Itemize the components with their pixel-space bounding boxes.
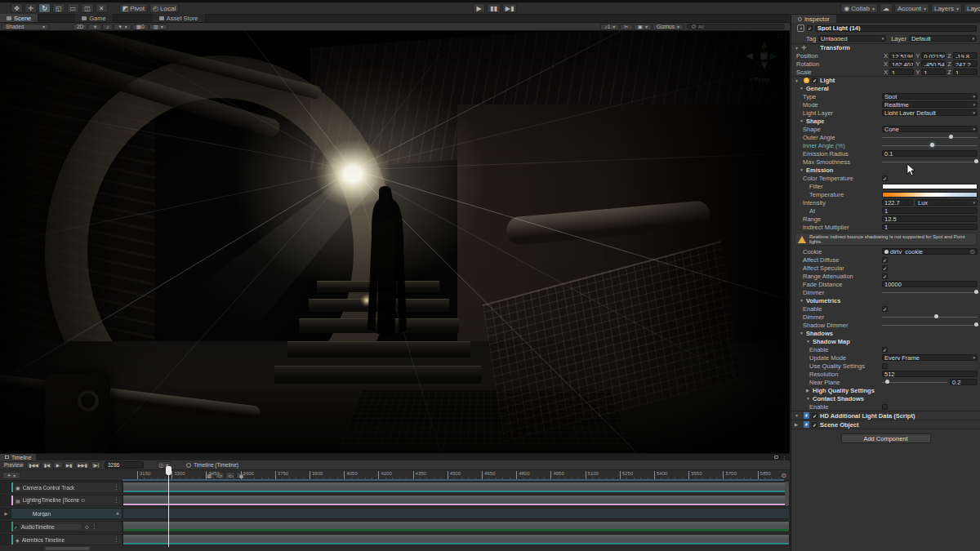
- light-layer-dropdown[interactable]: Light Layer Default: [882, 109, 978, 116]
- move-tool-icon[interactable]: ✛: [24, 3, 37, 13]
- scene-fx-dropdown[interactable]: ✦▾: [114, 24, 131, 30]
- alembics-timeline-track-header[interactable]: ◈ Alembics Timeline ⋮: [0, 534, 122, 545]
- emission-radius-field[interactable]: 0.1: [882, 150, 978, 157]
- near-plane-slider[interactable]: [882, 379, 947, 385]
- general-section-header[interactable]: ▼General: [791, 84, 980, 92]
- rotation-z-field[interactable]: 247.2: [953, 60, 978, 67]
- indirect-multiplier-field[interactable]: 1: [882, 224, 978, 230]
- gizmos-dropdown[interactable]: Gizmos▾: [653, 24, 684, 30]
- outer-angle-slider[interactable]: [882, 134, 978, 140]
- track-menu-icon[interactable]: ⋮: [111, 484, 122, 491]
- light-component-header[interactable]: ▼✓Light: [791, 76, 980, 84]
- tag-dropdown[interactable]: Untagged: [818, 35, 886, 42]
- light-mode-dropdown[interactable]: Realtime: [882, 101, 978, 108]
- active-checkbox[interactable]: ✓: [807, 25, 813, 31]
- timeline-horizontal-scrollbar[interactable]: [45, 547, 90, 550]
- timeline-lock-icon[interactable]: [774, 455, 778, 459]
- use-quality-checkbox[interactable]: [882, 363, 888, 369]
- track-menu-icon[interactable]: ⋮: [111, 497, 122, 504]
- cloud-button[interactable]: ☁: [880, 3, 893, 13]
- lighting-clip[interactable]: [123, 495, 789, 505]
- track-menu-icon[interactable]: ⋮: [111, 536, 122, 543]
- scale-x-field[interactable]: 1: [889, 69, 914, 75]
- camera-clip[interactable]: [123, 482, 789, 492]
- local-button[interactable]: ◴Local: [149, 3, 179, 13]
- contact-shadows-header[interactable]: ▼Contact Shadows: [791, 394, 980, 402]
- shadows-section-header[interactable]: ▼Shadows: [791, 329, 980, 337]
- intensity-unit-dropdown[interactable]: Lux: [915, 199, 978, 206]
- scene-object-component[interactable]: ▶#✓Scene Object: [791, 420, 980, 429]
- camera-track-lane[interactable]: [122, 482, 790, 493]
- audio-track-lane[interactable]: [122, 521, 790, 532]
- step-button[interactable]: ▶▮: [502, 3, 518, 13]
- pause-button[interactable]: ▮▮: [487, 3, 501, 13]
- object-name-field[interactable]: Spot Light (14): [815, 25, 977, 32]
- scene-cut-tool[interactable]: ✂: [620, 24, 632, 30]
- camera-speed-dropdown[interactable]: ♪1▾: [600, 24, 619, 30]
- grid-dropdown[interactable]: ▥▾: [149, 24, 167, 30]
- volumetrics-dimmer-slider[interactable]: [882, 313, 978, 320]
- volumetrics-section-header[interactable]: ▼Volumetrics: [791, 296, 980, 304]
- color-temperature-checkbox[interactable]: ✓: [882, 176, 888, 181]
- update-mode-dropdown[interactable]: Every Frame: [882, 354, 978, 361]
- intensity-field[interactable]: 122.7: [882, 199, 913, 206]
- scene-search-input[interactable]: All: [687, 24, 785, 29]
- dimmer-slider[interactable]: [882, 289, 978, 295]
- max-smoothness-slider[interactable]: [882, 158, 978, 165]
- position-x-field[interactable]: 12.51995: [889, 52, 914, 59]
- play-button[interactable]: ▶: [473, 3, 485, 13]
- pan-tool-icon[interactable]: ✥: [11, 3, 23, 13]
- add-component-button[interactable]: Add Component: [841, 433, 931, 443]
- rotation-y-field[interactable]: -450.545: [921, 60, 946, 67]
- light-enabled-checkbox[interactable]: ✓: [812, 78, 817, 83]
- play-range-toggle[interactable]: [▶]: [91, 461, 101, 469]
- near-plane-field[interactable]: 0.2: [950, 379, 978, 385]
- lighting-track-lane[interactable]: [122, 495, 790, 506]
- component-checkbox[interactable]: ✓: [812, 413, 817, 419]
- playhead-marker[interactable]: [166, 466, 172, 475]
- audio-timeline-track-header[interactable]: ✓ AudioTimeline ⊙ ⋮: [0, 521, 122, 532]
- range-field[interactable]: 12.5: [882, 216, 978, 222]
- transform-tool-icon[interactable]: ◫: [81, 3, 94, 13]
- goto-start-button[interactable]: ▮◀◀: [26, 461, 41, 469]
- preview-toggle[interactable]: Preview: [2, 461, 25, 469]
- collab-dropdown[interactable]: ◉Collab▾: [840, 3, 878, 13]
- shadow-map-header[interactable]: ▼Shadow Map: [791, 337, 980, 345]
- hidden-objects-counter[interactable]: ▦0: [132, 24, 149, 30]
- tab-scene[interactable]: Scene: [0, 14, 38, 22]
- high-quality-header[interactable]: ▶High Quality Settings: [791, 386, 980, 394]
- track-gear-icon[interactable]: ⊙: [81, 497, 85, 503]
- layers-dropdown[interactable]: Layers▾: [931, 3, 962, 13]
- contact-enable-checkbox[interactable]: [882, 404, 888, 410]
- account-dropdown[interactable]: Account▾: [894, 3, 929, 13]
- timeline-breadcrumb[interactable]: Timeline (Timeline): [186, 462, 238, 468]
- scale-y-field[interactable]: 1: [921, 69, 946, 75]
- lighting-timeline-track-header[interactable]: ▤ LightingTimeline (Scene ⊙ ⋮: [0, 495, 122, 506]
- previous-frame-button[interactable]: ▮◀: [42, 461, 52, 469]
- hd-light-data-component[interactable]: ▼#✓HD Additional Light Data (Script): [791, 411, 980, 420]
- resolution-field[interactable]: 512: [882, 371, 978, 377]
- scene-audio-toggle[interactable]: ♪: [102, 24, 113, 30]
- morgan-group-header[interactable]: ▶ Morgan +: [0, 508, 122, 519]
- shadow-dimmer-slider[interactable]: [882, 322, 978, 328]
- transform-header[interactable]: ▼✛Transform: [791, 43, 980, 51]
- 2d-toggle[interactable]: 2D: [73, 24, 87, 30]
- timeline-settings-gear-icon[interactable]: ⊙: [781, 472, 786, 479]
- cookie-object-field[interactable]: dirty_cookie⊙: [882, 248, 978, 255]
- scene-lighting-toggle[interactable]: ☀: [88, 24, 101, 30]
- shadow-enable-checkbox[interactable]: ✓: [882, 347, 888, 353]
- group-fold-icon[interactable]: ▶: [5, 511, 8, 516]
- tab-inspector[interactable]: Inspector: [791, 15, 836, 23]
- next-frame-button[interactable]: ▶▮: [64, 461, 74, 469]
- component-checkbox[interactable]: ✓: [812, 422, 817, 428]
- scale-tool-icon[interactable]: ◱: [52, 3, 65, 13]
- emission-section-header[interactable]: ▼Emission: [791, 166, 980, 174]
- timeline-vertical-scrollbar[interactable]: [785, 482, 789, 506]
- position-y-field[interactable]: 0.021595: [921, 52, 946, 59]
- scene-viewport[interactable]: < Persp: [0, 31, 790, 453]
- tab-timeline[interactable]: Timeline: [0, 454, 36, 460]
- fade-distance-field[interactable]: 10000: [882, 281, 978, 287]
- range-attenuation-checkbox[interactable]: ✓: [882, 273, 888, 279]
- tab-asset-store[interactable]: Asset Store: [153, 14, 206, 22]
- layout-dropdown[interactable]: Layout: [964, 3, 980, 13]
